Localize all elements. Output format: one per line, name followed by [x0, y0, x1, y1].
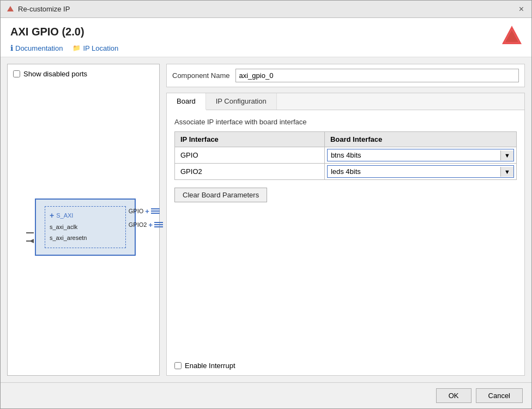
- show-disabled-ports-checkbox[interactable]: [13, 70, 20, 77]
- port-saxi-aclk: s_axi_aclk: [50, 222, 121, 233]
- table-row: GPIO2 leds 4bits ▼: [175, 164, 517, 180]
- tabs-container: Board IP Configuration Associate IP inte…: [166, 93, 525, 376]
- component-name-label: Component Name: [172, 71, 230, 80]
- gpio-dropdown-arrow[interactable]: ▼: [500, 151, 513, 160]
- main-content: Show disabled ports: [1, 57, 531, 382]
- tabs-header: Board IP Configuration: [167, 93, 524, 110]
- ip-block: + S_AXI s_axi_aclk s_axi_aresetn GPIO: [35, 199, 136, 256]
- left-panel: Show disabled ports: [7, 64, 160, 376]
- enable-interrupt-label: Enable Interrupt: [185, 362, 235, 370]
- enable-interrupt-row: Enable Interrupt: [174, 362, 235, 370]
- cancel-button[interactable]: Cancel: [476, 388, 523, 403]
- gpio2-ip-iface: GPIO2: [175, 164, 325, 180]
- gpio2-right-port: GPIO2 +: [129, 221, 163, 229]
- aclk-wire: [26, 232, 34, 233]
- right-ports: GPIO + GPIO2 +: [129, 207, 163, 229]
- board-tab-content: Associate IP interface with board interf…: [167, 110, 524, 356]
- ip-ports-left: s_axi_aclk s_axi_aresetn: [50, 222, 121, 244]
- gpio-ip-iface: GPIO: [175, 147, 325, 164]
- documentation-link[interactable]: ℹ Documentation: [10, 44, 63, 52]
- ip-block-title: + S_AXI: [50, 211, 121, 220]
- enable-interrupt-area: Enable Interrupt: [167, 356, 524, 375]
- gpio2-lines: [154, 222, 163, 227]
- saxi-plus-icon: +: [50, 211, 54, 220]
- tab-ip-configuration[interactable]: IP Configuration: [206, 93, 277, 110]
- ip-diagram: + S_AXI s_axi_aclk s_axi_aresetn GPIO: [13, 85, 154, 370]
- title-bar-left: Re-customize IP: [6, 5, 70, 14]
- main-window: Re-customize IP × AXI GPIO (2.0) ℹ Docum…: [0, 0, 532, 409]
- port-saxi-aresetn: s_axi_aresetn: [50, 233, 121, 244]
- close-button[interactable]: ×: [517, 5, 526, 14]
- ip-block-inner: + S_AXI s_axi_aclk s_axi_aresetn: [45, 206, 126, 249]
- gpio2-board-iface: leds 4bits ▼: [324, 164, 516, 180]
- table-row: GPIO btns 4bits ▼: [175, 147, 517, 164]
- gpio2-label: GPIO2: [129, 221, 147, 228]
- title-bar: Re-customize IP ×: [1, 1, 531, 18]
- iface-table: IP Interface Board Interface GPIO btns 4…: [174, 131, 517, 180]
- gpio-right-port: GPIO +: [129, 207, 163, 215]
- gpio-board-iface: btns 4bits ▼: [324, 147, 516, 164]
- col-ip-iface: IP Interface: [175, 132, 325, 147]
- header-links: ℹ Documentation 📁 IP Location: [10, 44, 522, 52]
- svg-marker-0: [7, 6, 14, 11]
- left-wires: [26, 232, 34, 243]
- ip-location-link[interactable]: 📁 IP Location: [72, 44, 118, 52]
- ip-location-label: IP Location: [83, 44, 118, 52]
- ip-block-container: + S_AXI s_axi_aclk s_axi_aresetn GPIO: [26, 199, 141, 256]
- vivado-logo: [500, 23, 524, 47]
- window-title: Re-customize IP: [18, 5, 70, 13]
- window-icon: [6, 5, 15, 14]
- gpio-label: GPIO: [129, 208, 144, 214]
- ok-button[interactable]: OK: [436, 388, 471, 403]
- logo-area: [500, 23, 524, 49]
- header-section: AXI GPIO (2.0) ℹ Documentation 📁 IP Loca…: [1, 18, 531, 57]
- show-disabled-ports-label: Show disabled ports: [23, 70, 87, 78]
- gpio-dropdown-value: btns 4bits: [328, 149, 500, 161]
- gpio-lines: [151, 208, 160, 214]
- gpio-dropdown[interactable]: btns 4bits ▼: [327, 149, 514, 161]
- col-board-iface: Board Interface: [324, 132, 516, 147]
- gpio2-dropdown[interactable]: leds 4bits ▼: [327, 165, 514, 178]
- gpio-plus-icon: +: [145, 207, 149, 215]
- enable-interrupt-checkbox[interactable]: [174, 362, 182, 369]
- component-name-input[interactable]: [235, 69, 519, 82]
- assoc-label: Associate IP interface with board interf…: [174, 118, 517, 126]
- saxi-label: S_AXI: [56, 212, 73, 219]
- documentation-label: Documentation: [15, 44, 63, 52]
- component-name-row: Component Name: [166, 64, 525, 87]
- gpio2-dropdown-value: leds 4bits: [328, 166, 500, 177]
- footer: OK Cancel: [1, 382, 531, 408]
- right-panel: Component Name Board IP Configuration As…: [166, 64, 525, 376]
- app-title: AXI GPIO (2.0): [10, 26, 522, 38]
- show-disabled-row: Show disabled ports: [13, 70, 154, 78]
- gpio2-dropdown-arrow[interactable]: ▼: [500, 167, 513, 177]
- tab-board[interactable]: Board: [167, 93, 206, 110]
- info-icon: ℹ: [10, 44, 13, 52]
- aresetn-wire: [26, 239, 34, 243]
- gpio2-plus-icon: +: [148, 221, 153, 229]
- clear-board-params-button[interactable]: Clear Board Parameters: [174, 188, 267, 202]
- folder-icon: 📁: [72, 44, 81, 52]
